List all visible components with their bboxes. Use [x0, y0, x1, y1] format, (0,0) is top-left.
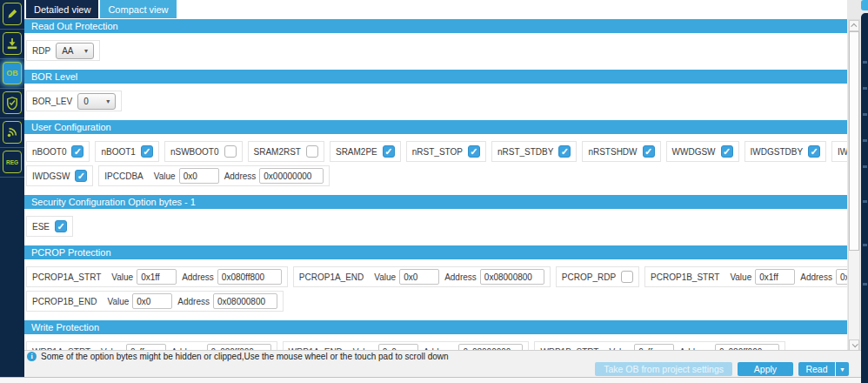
- clipped-text-fragment: [863, 113, 867, 116]
- WRP1B_STRT-address-input[interactable]: [715, 344, 779, 350]
- checkbox-nRSTSHDW[interactable]: ✓: [643, 145, 655, 158]
- download-icon[interactable]: [3, 32, 22, 55]
- PCROP1B_STRT-address-input[interactable]: [836, 269, 847, 285]
- checkbox-nBOOT0[interactable]: ✓: [71, 145, 83, 158]
- WRP1A_END-address-input[interactable]: [458, 344, 523, 350]
- PCROP1B_END-value-input[interactable]: [132, 293, 172, 309]
- chevron-up-icon: [851, 24, 857, 30]
- checkbox-SRAM2RST[interactable]: [306, 145, 318, 158]
- section-header: Read Out Protection: [24, 19, 847, 33]
- WRP1A_STRT-address-input[interactable]: [207, 344, 271, 350]
- PCROP1B_END-address-input[interactable]: [213, 293, 277, 309]
- value-label: Value: [111, 272, 133, 282]
- dropdown-value: AA: [62, 46, 73, 56]
- bottom-divider-strip: [0, 377, 861, 383]
- section-header: User Configuration: [24, 120, 847, 134]
- section-header: Write Protection: [24, 320, 847, 334]
- control-label: nRST_STOP: [412, 147, 463, 157]
- dropdown-RDP[interactable]: AA▾: [56, 43, 94, 59]
- option-bytes-label: OB: [6, 69, 18, 77]
- control-row: BOR_LEV0▾: [26, 91, 847, 111]
- checkbox-WWDGSW[interactable]: ✓: [721, 145, 733, 158]
- control-label: nBOOT1: [101, 147, 135, 157]
- WRP1A_END-value-input[interactable]: [378, 344, 418, 350]
- read-dropdown-button[interactable]: ▼: [836, 362, 849, 376]
- address-label: Address: [224, 171, 257, 181]
- checkbox-IWDGSW[interactable]: ✓: [75, 170, 87, 182]
- PCROP1A_STRT-value-input[interactable]: [137, 269, 177, 285]
- IPCCDBA-value-input[interactable]: [179, 168, 219, 184]
- control-label: IWDGSW: [32, 171, 70, 181]
- clipped-text-fragment: [863, 200, 867, 203]
- control-label: PCROP_RDP: [562, 272, 616, 282]
- section-header: BOR Level: [24, 70, 847, 84]
- control-BOR_LEV: BOR_LEV0▾: [26, 91, 122, 111]
- clipped-text-fragment: [863, 87, 867, 90]
- control-IWDGSTDBY: IWDGSTDBY✓: [744, 141, 827, 162]
- control-label: nRSTSHDW: [588, 147, 637, 157]
- checkbox-SRAM2PE[interactable]: ✓: [383, 145, 395, 158]
- control-label: IPCCDBA: [104, 171, 143, 181]
- checkbox-nBOOT1[interactable]: ✓: [141, 145, 153, 158]
- WRP1B_STRT-value-input[interactable]: [634, 344, 674, 350]
- read-button[interactable]: Read: [798, 362, 835, 376]
- checkbox-PCROP_RDP[interactable]: [621, 271, 633, 283]
- control-label: SRAM2RST: [254, 147, 301, 157]
- control-label: nSWBOOT0: [170, 147, 219, 157]
- scrollbar-thumb[interactable]: [849, 31, 859, 251]
- PCROP1B_STRT-value-input[interactable]: [755, 269, 795, 285]
- control-WWDGSW: WWDGSW✓: [666, 141, 739, 162]
- tab-detailed-view[interactable]: Detailed view: [26, 0, 98, 18]
- PCROP1A_END-value-input[interactable]: [399, 269, 439, 285]
- control-label: IWDGSTDBY: [751, 147, 804, 157]
- control-WRP1A_STRT: WRP1A_STRTValueAddress: [26, 341, 277, 350]
- download-item: [0, 30, 24, 59]
- wireless-icon[interactable]: [3, 121, 22, 144]
- control-IWDGSW: IWDGSW✓: [26, 165, 93, 186]
- checkbox-IWDGSTDBY[interactable]: ✓: [808, 145, 820, 158]
- control-PCROP1B_STRT: PCROP1B_STRTValueAddress: [644, 266, 847, 287]
- option-bytes-icon[interactable]: OB: [3, 62, 22, 84]
- value-label: Value: [154, 171, 176, 181]
- option-bytes-panel: Read Out ProtectionRDPAA▾BOR LevelBOR_LE…: [24, 18, 847, 350]
- vertical-scrollbar[interactable]: [848, 19, 860, 352]
- registers-item: REG: [0, 148, 24, 178]
- address-label: Address: [177, 297, 210, 306]
- erasing-programming-icon[interactable]: [3, 3, 22, 25]
- security-icon[interactable]: [3, 91, 22, 114]
- dropdown-value: 0: [83, 97, 89, 106]
- PCROP1A_END-address-input[interactable]: [480, 269, 544, 285]
- apply-button[interactable]: Apply: [738, 362, 793, 376]
- PCROP1A_STRT-address-input[interactable]: [217, 269, 282, 285]
- control-label: SRAM2PE: [336, 147, 377, 157]
- address-label: Address: [182, 272, 214, 282]
- checkbox-ESE[interactable]: ✓: [55, 220, 67, 232]
- control-PCROP_RDP: PCROP_RDP: [556, 266, 639, 287]
- clipped-text-fragment: [863, 61, 867, 64]
- address-label: Address: [444, 272, 477, 282]
- tab-compact-view[interactable]: Compact view: [100, 0, 176, 18]
- IPCCDBA-address-input[interactable]: [259, 168, 324, 184]
- scroll-up-button[interactable]: [849, 20, 859, 31]
- checkbox-nSWBOOT0[interactable]: [224, 145, 237, 158]
- control-RDP: RDPAA▾: [26, 40, 100, 61]
- dropdown-BOR_LEV[interactable]: 0▾: [77, 93, 116, 110]
- clipped-text-fragment: [863, 165, 867, 168]
- chevron-down-icon: ▾: [84, 47, 88, 55]
- wireless-item: [0, 118, 24, 148]
- value-label: Value: [730, 272, 751, 282]
- address-label: Address: [800, 272, 832, 282]
- section-header: PCROP Protection: [24, 245, 847, 259]
- WRP1A_STRT-value-input[interactable]: [126, 344, 166, 350]
- left-toolbar: OBREG: [0, 0, 24, 377]
- option-bytes-item: OB: [0, 59, 24, 89]
- control-label: PCROP1B_END: [32, 297, 97, 306]
- control-label: BOR_LEV: [32, 97, 72, 106]
- erasing-programming-item: [0, 0, 24, 30]
- take-ob-from-project-button[interactable]: Take OB from project settings: [595, 362, 732, 376]
- info-icon: i: [27, 352, 37, 361]
- section-header: Security Configuration Option bytes - 1: [24, 195, 847, 209]
- checkbox-nRST_STOP[interactable]: ✓: [468, 145, 480, 158]
- registers-icon[interactable]: REG: [3, 151, 22, 173]
- checkbox-nRST_STDBY[interactable]: ✓: [558, 145, 571, 158]
